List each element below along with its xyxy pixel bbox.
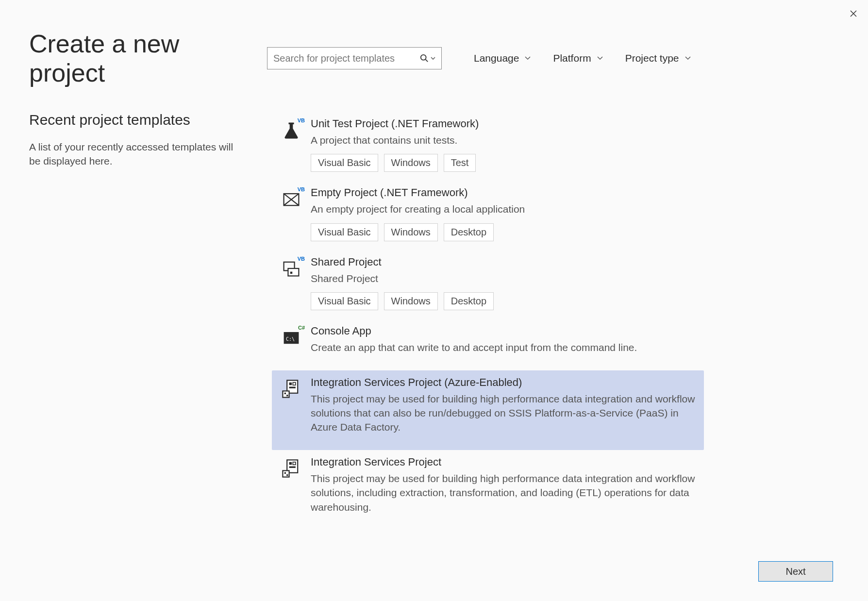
svg-point-0 bbox=[421, 55, 426, 60]
page-title: Create a new project bbox=[29, 29, 252, 87]
template-tag: Visual Basic bbox=[311, 292, 378, 310]
ssis-icon bbox=[281, 458, 302, 479]
template-body: Console AppCreate an app that can write … bbox=[311, 325, 695, 361]
template-tags: Visual BasicWindowsTest bbox=[311, 154, 695, 172]
template-description: Create an app that can write to and acce… bbox=[311, 340, 695, 354]
filter-project-type[interactable]: Project type bbox=[625, 52, 691, 64]
ssis-icon bbox=[281, 378, 302, 400]
template-title: Integration Services Project (Azure-Enab… bbox=[311, 376, 695, 389]
template-tag: Test bbox=[444, 154, 476, 172]
template-item[interactable]: VBEmpty Project (.NET Framework)An empty… bbox=[272, 181, 704, 250]
template-title: Unit Test Project (.NET Framework) bbox=[311, 117, 695, 130]
template-tag: Windows bbox=[384, 292, 438, 310]
console-cs-icon: C:\C# bbox=[281, 327, 302, 348]
template-tag: Visual Basic bbox=[311, 223, 378, 241]
template-tag: Desktop bbox=[444, 223, 494, 241]
template-body: Unit Test Project (.NET Framework)A proj… bbox=[311, 117, 695, 172]
template-description: A project that contains unit tests. bbox=[311, 133, 695, 147]
svg-rect-20 bbox=[286, 474, 288, 476]
svg-rect-4 bbox=[290, 271, 292, 273]
template-title: Integration Services Project bbox=[311, 456, 695, 468]
template-tag: Desktop bbox=[444, 292, 494, 310]
svg-rect-10 bbox=[289, 386, 296, 388]
template-title: Shared Project bbox=[311, 256, 695, 268]
svg-text:C:\: C:\ bbox=[286, 336, 295, 342]
template-tags: Visual BasicWindowsDesktop bbox=[311, 292, 695, 310]
search-container bbox=[267, 47, 442, 69]
svg-rect-12 bbox=[284, 392, 286, 394]
recent-panel: Recent project templates A list of your … bbox=[29, 112, 243, 530]
close-button[interactable] bbox=[848, 8, 859, 19]
empty-vb-icon: VB bbox=[281, 188, 302, 210]
shared-vb-icon: VB bbox=[281, 258, 302, 279]
svg-rect-3 bbox=[288, 268, 299, 276]
template-list: VBUnit Test Project (.NET Framework)A pr… bbox=[272, 112, 704, 530]
template-tag: Windows bbox=[384, 154, 438, 172]
template-body: Integration Services Project (Azure-Enab… bbox=[311, 376, 695, 441]
svg-rect-17 bbox=[289, 466, 296, 467]
template-body: Empty Project (.NET Framework)An empty p… bbox=[311, 186, 695, 241]
search-button[interactable] bbox=[420, 54, 435, 63]
template-body: Integration Services ProjectThis project… bbox=[311, 456, 695, 521]
chevron-down-icon bbox=[431, 57, 435, 60]
chevron-down-icon bbox=[525, 56, 531, 60]
template-tags: Visual BasicWindowsDesktop bbox=[311, 223, 695, 241]
template-item[interactable]: Integration Services ProjectThis project… bbox=[272, 450, 704, 530]
filter-platform[interactable]: Platform bbox=[553, 52, 602, 64]
template-tag: Windows bbox=[384, 223, 438, 241]
close-icon bbox=[850, 10, 857, 17]
chevron-down-icon bbox=[685, 56, 691, 60]
svg-rect-13 bbox=[286, 395, 288, 396]
template-item[interactable]: C:\C#Console AppCreate an app that can w… bbox=[272, 319, 704, 370]
search-input[interactable] bbox=[273, 53, 420, 64]
flask-vb-icon: VB bbox=[281, 119, 302, 141]
template-description: This project may be used for building hi… bbox=[311, 471, 695, 514]
template-item[interactable]: Integration Services Project (Azure-Enab… bbox=[272, 370, 704, 450]
search-icon bbox=[420, 54, 429, 63]
filter-language[interactable]: Language bbox=[474, 52, 531, 64]
svg-rect-8 bbox=[289, 382, 292, 385]
template-tag: Visual Basic bbox=[311, 154, 378, 172]
template-item[interactable]: VBUnit Test Project (.NET Framework)A pr… bbox=[272, 112, 704, 181]
chevron-down-icon bbox=[597, 56, 603, 60]
template-description: Shared Project bbox=[311, 271, 695, 285]
template-title: Console App bbox=[311, 325, 695, 337]
template-title: Empty Project (.NET Framework) bbox=[311, 186, 695, 199]
template-description: This project may be used for building hi… bbox=[311, 392, 695, 434]
filter-platform-label: Platform bbox=[553, 52, 591, 64]
filter-language-label: Language bbox=[474, 52, 519, 64]
template-body: Shared ProjectShared ProjectVisual Basic… bbox=[311, 256, 695, 310]
next-button[interactable]: Next bbox=[758, 561, 833, 582]
filter-project-type-label: Project type bbox=[625, 52, 679, 64]
template-item[interactable]: VBShared ProjectShared ProjectVisual Bas… bbox=[272, 250, 704, 319]
recent-description: A list of your recently accessed templat… bbox=[29, 140, 243, 168]
svg-rect-19 bbox=[284, 472, 286, 473]
template-description: An empty project for creating a local ap… bbox=[311, 202, 695, 216]
svg-rect-15 bbox=[289, 462, 292, 465]
filter-bar: Language Platform Project type bbox=[474, 52, 691, 64]
recent-title: Recent project templates bbox=[29, 112, 243, 128]
